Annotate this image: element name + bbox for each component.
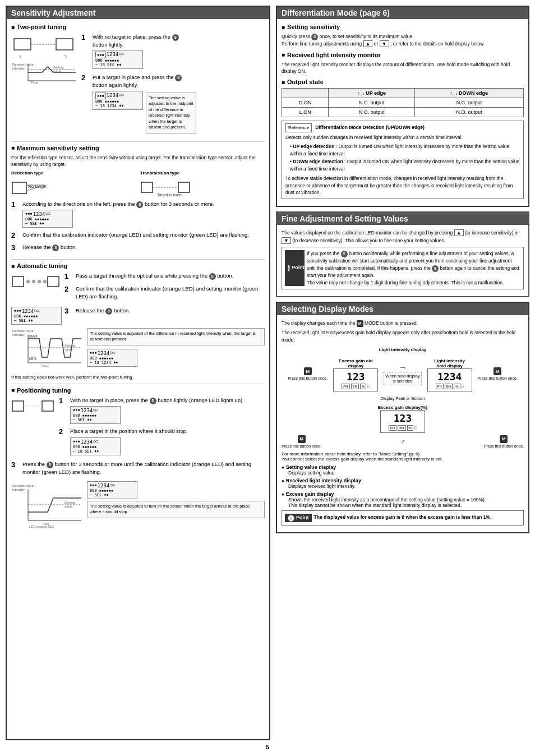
- auto-step-num-1: 1: [64, 272, 72, 280]
- output-row-lon: L.ON N.O. output N.O. output: [282, 108, 524, 117]
- bottom-m-btns: M Press this button once. ↗ M Press this…: [282, 435, 524, 448]
- two-point-svg: 1 2 Received light intensity: [11, 33, 79, 84]
- max-step-num-1: 1: [11, 200, 19, 209]
- setting-value-text: Displays setting value.: [288, 470, 524, 476]
- auto-step3-display: ▪▪▪1234○○ 000 ▪▪▪▪▪▪ ─ 5E£ ♦♦ 3 Release …: [11, 307, 265, 325]
- excess-old-label: Excess gain olddisplay: [333, 358, 378, 368]
- transmission-label: Transmission type: [140, 170, 265, 176]
- m-btn-left[interactable]: M: [304, 367, 312, 375]
- reference-header: Reference Differentiation Mode Detection…: [285, 123, 520, 132]
- point-icon-fine: !: [288, 265, 290, 271]
- step-2: 2 Put a target in place and press the S …: [81, 73, 265, 135]
- reflection-diagram: No target: [11, 177, 62, 199]
- setting-sensitivity-title: Setting sensitivity: [282, 24, 524, 30]
- positioning-layout: 1 With no target in place, press the S b…: [11, 397, 265, 459]
- excess-gain-text: Shows the received light intensity as a …: [288, 497, 524, 508]
- m-btn-br[interactable]: M: [500, 435, 508, 443]
- positioning-steps: 1 With no target in place, press the S b…: [59, 397, 265, 459]
- pos-graph-svg: Received light intensity Setting value T…: [11, 481, 84, 532]
- excess-pct-segs: PH BH % □: [382, 425, 423, 431]
- arrow-right-1: →: [399, 363, 407, 372]
- step-num-1: 1: [81, 33, 89, 42]
- diff-mode-title: Differentiation Mode (page 6): [277, 7, 528, 19]
- auto-tuning-layout: 1 Pass a target through the optical axis…: [11, 272, 265, 305]
- pos-step-1: 1 With no target in place, press the S b…: [59, 397, 265, 424]
- seg-ph-3: PH: [389, 425, 396, 431]
- excess-gain-label: Excess gain display: [282, 491, 524, 497]
- positioning-sensor-diagram: [11, 397, 56, 459]
- setting-sensitivity: Setting sensitivity Quickly press S once…: [282, 24, 524, 48]
- step-1: 1 With no target in place, press the S b…: [81, 33, 265, 70]
- up-arrow-btn: ▲: [363, 40, 373, 47]
- m-btn-right[interactable]: M: [494, 367, 501, 375]
- s-button-icon-2: S: [175, 75, 182, 81]
- auto-steps: 1 Pass a target through the optical axis…: [64, 272, 265, 305]
- s-btn-max-1: S: [136, 201, 143, 208]
- auto-step-num-3: 3: [64, 307, 72, 315]
- display-peak-label: Display Peak or Bottom: [282, 396, 524, 401]
- max-step-num-2: 2: [11, 231, 19, 239]
- positioning-graph-area: Received light intensity Setting value T…: [11, 481, 265, 533]
- led-max-1: ▪▪▪ 1234 ○○ 000 ▪▪▪▪▪▪ ─ 5E£ ♦♦: [22, 210, 73, 228]
- pos-step-content-2: Place a target in the position where it …: [70, 427, 265, 455]
- positioning-tuning-section: Positioning tuning 1: [11, 387, 265, 533]
- differentiation-mode-section: Differentiation Mode (page 6) Setting se…: [276, 6, 529, 207]
- point-label-fine: ! Point: [285, 250, 305, 286]
- pos-step-num-1: 1: [59, 397, 67, 405]
- auto-graph-svg: Received light intensity MAX MIN: [11, 326, 84, 371]
- step-text-1: With no target in place, press the S but…: [93, 33, 265, 48]
- step-text-2: Put a target in place and press the S bu…: [93, 73, 265, 89]
- right-column: Differentiation Mode (page 6) Setting se…: [276, 6, 529, 740]
- svg-text:Time: Time: [31, 81, 39, 84]
- max-step-2: 2 Confirm that the calibration indicator…: [11, 231, 265, 240]
- reflection-label: Reflection type: [11, 170, 136, 176]
- svg-text:intensity: intensity: [12, 488, 25, 491]
- display-bottom-text: For more information about hold display,…: [282, 451, 524, 457]
- m-btn-bl[interactable]: M: [298, 435, 306, 443]
- seg-ph-2: PH: [436, 384, 444, 389]
- max-steps-content: 1 According to the directions on the lef…: [11, 200, 265, 256]
- auto-led-1: ▪▪▪1234○○ 000 ▪▪▪▪▪▪ ─ 5E£ ♦♦: [11, 307, 62, 325]
- seg-box-3: □: [414, 426, 417, 430]
- auto-step-text-2: Confirm that the calibration indicator (…: [76, 285, 265, 300]
- seg-pct-1: %: [360, 384, 366, 389]
- display-modes-text2: The received light intensity/excess gain…: [282, 329, 524, 344]
- light-hold-digits: 1234: [430, 371, 470, 382]
- fine-up-btn: ▲: [454, 229, 464, 236]
- auto-sensor-svg: [11, 272, 62, 292]
- two-point-title: Two-point tuning: [11, 24, 265, 30]
- divider-1: [11, 141, 265, 142]
- received-light-text2: Displays received light intensity.: [288, 483, 524, 489]
- seg-pct-2: %: [454, 384, 460, 389]
- fine-adj-point-box: ! Point If you press the S button accide…: [282, 247, 524, 289]
- s-btn-auto-1: S: [209, 273, 216, 280]
- received-light-monitor: Received light intensity monitor The rec…: [282, 52, 524, 76]
- pos-step-3: 3 Press the S button for 3 seconds or mo…: [11, 460, 265, 477]
- press-label-br: Press this button once.: [484, 444, 524, 448]
- positioning-graph: Received light intensity Setting value T…: [11, 481, 84, 533]
- auto-tuning-title: Automatic tuning: [11, 262, 265, 269]
- left-column: Sensitivity Adjustment Two-point tuning: [6, 6, 270, 740]
- down-arrow-btn: ▼: [380, 40, 389, 47]
- svg-text:Setting: Setting: [53, 66, 64, 69]
- step2-display-area: ▪▪▪ 1234 ○○ 000 ▪▪▪▪▪▪ ─ 18: [93, 91, 265, 135]
- auto-graph: Received light intensity MAX MIN: [11, 326, 84, 372]
- m-btn-bottom-right: M Press this button once.: [484, 435, 524, 448]
- svg-rect-39: [12, 401, 24, 411]
- max-step-content-2: Confirm that the calibration indicator (…: [22, 231, 265, 240]
- display-modes-title: Selecting Display Modes: [277, 303, 528, 315]
- point-icon-display: !: [288, 515, 294, 522]
- received-light-text: The received light intensity monitor dis…: [282, 61, 524, 76]
- auto-step-3: 3 Release the S button.: [64, 307, 265, 316]
- auto-step-1: 1 Pass a target through the optical axis…: [64, 272, 265, 282]
- max-sensitivity-title: Maximum sensitivity setting: [11, 145, 265, 151]
- pos-step-text-1: With no target in place, press the S but…: [70, 397, 265, 404]
- output-cell-don-label: D.ON: [282, 98, 329, 108]
- svg-rect-0: [14, 39, 31, 50]
- svg-text:MAX: MAX: [29, 334, 38, 338]
- output-header-0: [282, 89, 329, 98]
- svg-text:intensity: intensity: [12, 333, 25, 336]
- pos-note-area: ▪▪▪1234○○ 000 ▪▪▪▪▪▪ ─ 5E£ ♦♦ The settin…: [87, 481, 265, 533]
- reference-text: Detects only sudden changes in received …: [285, 134, 520, 141]
- seg-box-2: □: [462, 384, 464, 388]
